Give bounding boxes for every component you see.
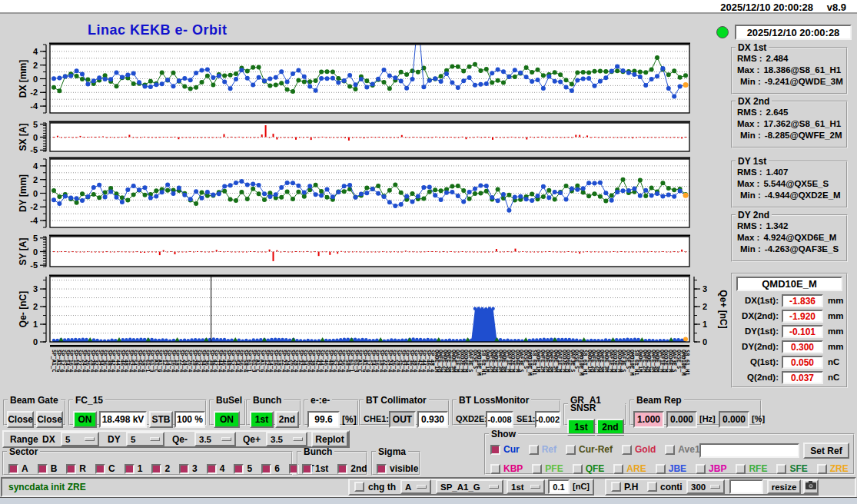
chg-th-checkbox[interactable]: [354, 482, 364, 492]
conti-checkbox[interactable]: [647, 482, 657, 492]
range-qe-plus-dropdown[interactable]: 3.5: [266, 432, 307, 446]
min-value: -4.944@QXD2E_M: [765, 191, 841, 200]
show-checkbox-cur[interactable]: [490, 445, 500, 455]
range-qe-plus-value: 3.5: [271, 435, 283, 444]
show-checkbox-cur-ref[interactable]: [566, 445, 576, 455]
beam-gate-close-2-button[interactable]: Close: [36, 411, 63, 428]
resize-button[interactable]: resize: [767, 479, 801, 494]
show-checkbox-gold[interactable]: [622, 445, 632, 455]
sector-checkbox-2[interactable]: [151, 464, 161, 474]
show-label: ARE: [626, 463, 646, 474]
show-checkbox-jbe[interactable]: [656, 464, 666, 474]
show-checkbox-rfe[interactable]: [736, 464, 746, 474]
range-dx-dropdown[interactable]: 5: [61, 432, 99, 446]
max-value: 17.362@S8_61_H1: [763, 119, 841, 128]
monitor-row-value: -0.101: [782, 325, 823, 338]
bunch-select-checkbox-2nd[interactable]: [337, 464, 347, 474]
monitor-row: DY(2nd):0.300mm: [732, 340, 846, 354]
show-item: PFE: [532, 463, 563, 474]
sector-checkbox-a[interactable]: [8, 464, 18, 474]
sector-checkbox-c[interactable]: [95, 464, 105, 474]
show-label: Gold: [635, 444, 656, 455]
show-checkbox-jbp[interactable]: [696, 464, 706, 474]
bt-collimator-value-field[interactable]: 0.930: [417, 411, 448, 428]
ref-name-input[interactable]: [699, 443, 799, 458]
range-qe-plus-label: Qe+: [243, 434, 261, 445]
show-checkbox-zre[interactable]: [817, 464, 827, 474]
show-item: Gold: [622, 444, 656, 455]
che1-label: CHE1:: [364, 414, 389, 423]
sector-checkbox-r[interactable]: [66, 464, 76, 474]
rms-value: 1.407: [766, 167, 789, 177]
bt-lossmonitor-group: BT LossMonitor QXD2E: -0.008 SE1: -0.002: [452, 396, 561, 426]
sector-checkbox-b[interactable]: [38, 464, 48, 474]
dropdown-indicator-icon: [489, 485, 499, 489]
show-checkbox-ref[interactable]: [529, 445, 539, 455]
sector-label: 3: [192, 463, 198, 474]
sp-select-value: SP_A1_G: [440, 482, 480, 492]
max-label: Max :: [737, 65, 759, 75]
monitor-row-unit: mm: [828, 311, 843, 320]
show-checkbox-kbp[interactable]: [490, 464, 500, 474]
show-checkbox-pfe[interactable]: [532, 464, 542, 474]
show-label: Ref: [542, 444, 556, 455]
top-title-bar: 2025/12/10 20:00:28 v8.9: [0, 0, 857, 14]
bunch-select-checkbox-1st[interactable]: [302, 464, 312, 474]
svg-text:-2: -2: [30, 202, 38, 211]
fc15-stb-button[interactable]: STB: [149, 411, 173, 428]
se1-value-field[interactable]: -0.002: [535, 411, 560, 428]
show-checkbox-qfe[interactable]: [573, 464, 583, 474]
show-row-2: KBPPFEQFEAREJBEJBPRFESFEZRE: [490, 463, 857, 476]
ph-checkbox[interactable]: [611, 482, 621, 492]
status-clock: 2025/12/10 20:00:28: [735, 25, 852, 40]
set-ref-button[interactable]: Set Ref: [803, 443, 849, 459]
replot-button[interactable]: Replot: [311, 431, 348, 447]
svg-text:0: 0: [33, 189, 38, 198]
group-title: Beam Rep: [634, 396, 684, 404]
se1-label: SE1:: [517, 414, 535, 423]
sector-checkbox-1[interactable]: [125, 464, 135, 474]
min-label: Min :: [740, 131, 761, 140]
camera-icon: [806, 481, 816, 489]
fc15-on-button[interactable]: ON: [73, 411, 97, 428]
max-label: Max :: [737, 179, 759, 188]
sector-checkbox-6[interactable]: [261, 464, 271, 474]
busel-on-button[interactable]: ON: [214, 411, 240, 428]
th-select-dropdown[interactable]: A: [400, 479, 431, 494]
bunch-select-item: 2nd: [337, 463, 367, 474]
sp-select-dropdown[interactable]: SP_A1_G: [436, 479, 503, 494]
dropdown-indicator-icon: [221, 437, 231, 441]
range-dy-dropdown[interactable]: 5: [126, 432, 164, 446]
monitor-row: DY(1st):-0.101mm: [732, 325, 846, 339]
show-checkbox-sfe[interactable]: [776, 464, 786, 474]
dropdown-indicator-icon: [150, 437, 160, 441]
qxd2e-value-field[interactable]: -0.008: [486, 411, 513, 428]
sigma-visible-checkbox[interactable]: [377, 464, 387, 474]
svg-text:4: 4: [33, 47, 38, 56]
th-select-value: A: [405, 482, 411, 492]
qxd2e-label: QXD2E:: [456, 414, 487, 423]
beam-gate-close-1-button[interactable]: Close: [7, 411, 34, 428]
fc15-kv-field[interactable]: 18.498 kV: [99, 411, 147, 428]
count-input[interactable]: [729, 479, 763, 494]
transmission-value-field[interactable]: 99.6: [307, 411, 340, 428]
monitor-row-label: DY(1st):: [732, 327, 779, 336]
dropdown-indicator-icon: [417, 485, 427, 489]
points-dropdown[interactable]: 300: [686, 479, 725, 494]
range-label: Range: [10, 434, 38, 445]
max-value: 4.924@QXD6E_M: [763, 233, 836, 242]
bunch-1st-button[interactable]: 1st: [250, 411, 274, 428]
fc15-percent-field[interactable]: 100 %: [174, 411, 205, 428]
rms-value: 2.645: [766, 108, 789, 117]
sector-checkbox-5[interactable]: [234, 464, 244, 474]
camera-button[interactable]: [803, 479, 819, 494]
threshold-value-input[interactable]: 0.1: [548, 479, 570, 494]
sector-checkbox-4[interactable]: [207, 464, 217, 474]
sector-checkbox-3[interactable]: [179, 464, 189, 474]
range-qe-minus-dropdown[interactable]: 3.5: [194, 432, 236, 446]
show-checkbox-are[interactable]: [613, 464, 623, 474]
bunch-select-dropdown[interactable]: 1st: [507, 479, 545, 494]
show-checkbox-ave10[interactable]: [665, 445, 675, 455]
show-label: JBE: [669, 463, 686, 474]
bunch-2nd-button[interactable]: 2nd: [275, 411, 299, 428]
